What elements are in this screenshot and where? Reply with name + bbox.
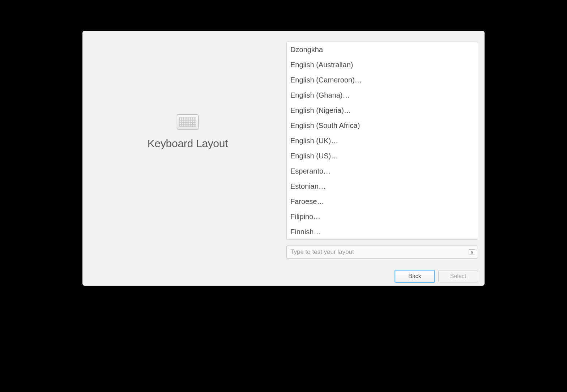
list-item[interactable]: Estonian… xyxy=(287,179,478,194)
test-input-wrapper: a xyxy=(286,246,478,259)
list-item[interactable]: English (UK)… xyxy=(287,133,478,148)
button-bar: Back Select xyxy=(82,259,485,286)
right-panel: Dzongkha English (Australian) English (C… xyxy=(286,42,478,259)
back-button[interactable]: Back xyxy=(395,270,435,282)
list-item[interactable]: Dzongkha xyxy=(287,42,478,57)
list-item[interactable]: English (Nigeria)… xyxy=(287,103,478,118)
left-panel: Keyboard Layout xyxy=(89,42,286,259)
list-item[interactable]: Esperanto… xyxy=(287,163,478,179)
list-item[interactable]: Filipino… xyxy=(287,209,478,224)
content-area: Keyboard Layout Dzongkha English (Austra… xyxy=(82,31,485,259)
layout-test-input[interactable] xyxy=(286,246,478,259)
list-item[interactable]: English (US)… xyxy=(287,148,478,163)
list-item[interactable]: Finnish… xyxy=(287,224,478,239)
list-item[interactable]: English (Cameroon)… xyxy=(287,72,478,88)
installer-window: Keyboard Layout Dzongkha English (Austra… xyxy=(82,31,485,286)
input-method-indicator-icon: a xyxy=(469,249,475,255)
list-item[interactable]: English (Ghana)… xyxy=(287,88,478,103)
select-button[interactable]: Select xyxy=(438,270,478,282)
list-item[interactable]: English (South Africa) xyxy=(287,118,478,133)
list-item[interactable]: English (Australian) xyxy=(287,57,478,72)
page-title: Keyboard Layout xyxy=(148,137,228,150)
list-item[interactable]: Faroese… xyxy=(287,194,478,209)
keyboard-icon xyxy=(177,114,199,129)
keyboard-layout-list[interactable]: Dzongkha English (Australian) English (C… xyxy=(286,42,478,240)
